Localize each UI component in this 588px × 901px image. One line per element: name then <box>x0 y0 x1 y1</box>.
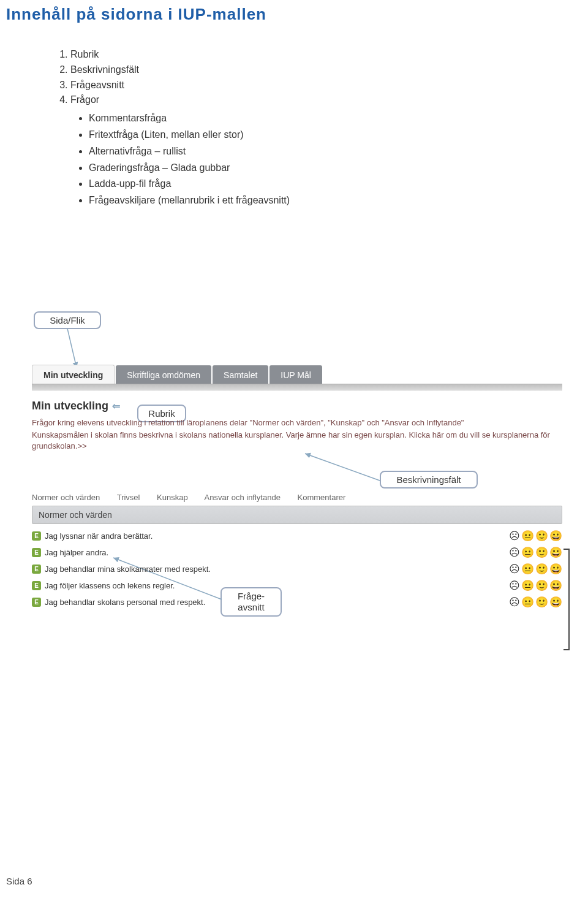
page-title: Innehåll på sidorna i IUP-mallen <box>0 0 588 24</box>
face-happy-icon[interactable]: 😀 <box>549 531 562 541</box>
question-text: Jag följer klassens och lekens regler. <box>45 581 175 590</box>
list-item: Frågeavskiljare (mellanrubrik i ett fråg… <box>89 192 588 209</box>
question-text: Jag lyssnar när andra berättar. <box>45 531 153 541</box>
tab-samtalet[interactable]: Samtalet <box>213 365 268 384</box>
face-smile-icon[interactable]: 🙂 <box>535 580 548 591</box>
page-footer: Sida 6 <box>6 876 32 886</box>
question-row: E Jag behandlar mina skolkamrater med re… <box>32 561 562 577</box>
face-sad-icon[interactable]: ☹ <box>509 580 520 591</box>
list-item: Ladda-upp-fil fråga <box>89 176 588 192</box>
subtab-normer[interactable]: Normer och värden <box>32 493 100 502</box>
main-tabs: Min utveckling Skriftliga omdömen Samtal… <box>32 365 562 384</box>
face-neutral-icon[interactable]: 😐 <box>521 531 534 541</box>
app-screenshot: Min utveckling Skriftliga omdömen Samtal… <box>32 365 562 610</box>
svg-line-0 <box>67 329 77 368</box>
face-neutral-icon[interactable]: 😐 <box>521 564 534 574</box>
section-heading: Min utveckling ⇐ <box>32 400 562 412</box>
face-neutral-icon[interactable]: 😐 <box>521 547 534 558</box>
face-smile-icon[interactable]: 🙂 <box>535 564 548 574</box>
question-text: Jag behandlar skolans personal med respe… <box>45 598 205 607</box>
e-badge-icon: E <box>32 581 41 590</box>
rating-faces: ☹ 😐 🙂 😀 <box>509 580 562 591</box>
rating-faces: ☹ 😐 🙂 😀 <box>509 597 562 607</box>
list-item: Rubrik <box>70 47 588 63</box>
description-line: Frågor kring elevens utveckling i relati… <box>32 417 562 428</box>
tab-skriftliga-omdomen[interactable]: Skriftliga omdömen <box>116 365 211 384</box>
rating-faces: ☹ 😐 🙂 😀 <box>509 531 562 541</box>
face-sad-icon[interactable]: ☹ <box>509 547 520 558</box>
subtab-ansvar[interactable]: Ansvar och inflytande <box>205 493 281 502</box>
face-neutral-icon[interactable]: 😐 <box>521 580 534 591</box>
question-text: Jag behandlar mina skolkamrater med resp… <box>45 565 211 574</box>
rating-faces: ☹ 😐 🙂 😀 <box>509 564 562 574</box>
face-smile-icon[interactable]: 🙂 <box>535 597 548 607</box>
tab-min-utveckling[interactable]: Min utveckling <box>32 365 115 384</box>
list-item: Frågeavsnitt <box>70 78 588 93</box>
question-subtabs: Normer och värden Trivsel Kunskap Ansvar… <box>32 493 562 502</box>
subtab-trivsel[interactable]: Trivsel <box>117 493 140 502</box>
face-smile-icon[interactable]: 🙂 <box>535 531 548 541</box>
question-bracket <box>564 549 570 650</box>
callout-sida-flik: Sida/Flik <box>34 311 101 329</box>
question-text: Jag hjälper andra. <box>45 548 108 557</box>
face-sad-icon[interactable]: ☹ <box>509 531 520 541</box>
face-sad-icon[interactable]: ☹ <box>509 564 520 574</box>
e-badge-icon: E <box>32 565 41 574</box>
arrow-left-icon: ⇐ <box>112 400 120 412</box>
face-sad-icon[interactable]: ☹ <box>509 597 520 607</box>
face-happy-icon[interactable]: 😀 <box>549 580 562 591</box>
face-neutral-icon[interactable]: 😐 <box>521 597 534 607</box>
description-field: Frågor kring elevens utveckling i relati… <box>32 417 562 452</box>
tab-iup-mal[interactable]: IUP Mål <box>270 365 322 384</box>
list-item: Beskrivningsfält <box>70 63 588 78</box>
list-item: Alternativfråga – rullist <box>89 143 588 160</box>
question-row: E Jag lyssnar när andra berättar. ☹ 😐 🙂 … <box>32 528 562 544</box>
question-list: E Jag lyssnar när andra berättar. ☹ 😐 🙂 … <box>32 528 562 610</box>
face-happy-icon[interactable]: 😀 <box>549 597 562 607</box>
question-row: E Jag behandlar skolans personal med res… <box>32 594 562 610</box>
rating-faces: ☹ 😐 🙂 😀 <box>509 547 562 558</box>
list-item: Graderingsfråga – Glada gubbar <box>89 160 588 177</box>
list-item: Frågor <box>70 93 588 108</box>
list-item: Fritextfråga (Liten, mellan eller stor) <box>89 127 588 143</box>
section-heading-text: Min utveckling <box>32 400 108 412</box>
question-row: E Jag hjälper andra. ☹ 😐 🙂 😀 <box>32 544 562 561</box>
e-badge-icon: E <box>32 548 41 557</box>
e-badge-icon: E <box>32 531 41 541</box>
description-line: Kunskapsmålen i skolan finns beskrivna i… <box>32 430 562 452</box>
question-row: E Jag följer klassens och lekens regler.… <box>32 577 562 594</box>
question-section-bar: Normer och värden <box>32 506 562 524</box>
tabs-underbar <box>32 384 562 391</box>
e-badge-icon: E <box>32 598 41 607</box>
subtab-kunskap[interactable]: Kunskap <box>157 493 188 502</box>
face-happy-icon[interactable]: 😀 <box>549 547 562 558</box>
list-item: Kommentarsfråga <box>89 110 588 127</box>
subtab-kommentarer[interactable]: Kommentarer <box>298 493 346 502</box>
face-smile-icon[interactable]: 🙂 <box>535 547 548 558</box>
face-happy-icon[interactable]: 😀 <box>549 564 562 574</box>
content-outline: Rubrik Beskrivningsfält Frågeavsnitt Frå… <box>58 47 588 209</box>
